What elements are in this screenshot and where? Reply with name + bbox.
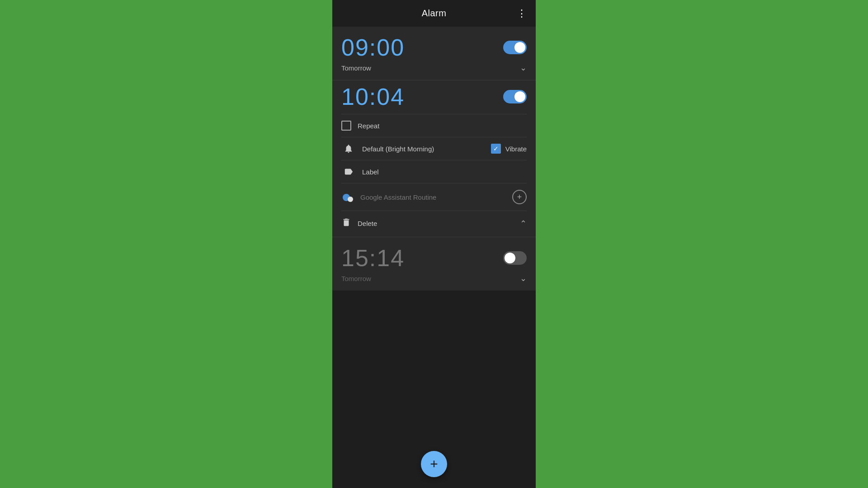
add-circle-plus-icon: +: [517, 192, 522, 202]
google-assistant-icon: [341, 191, 354, 203]
toggle-knob-2: [514, 91, 525, 102]
phone-container: Alarm ⋮ 09:00 Tomorrow ⌄ 10:04: [332, 0, 536, 488]
repeat-row: Repeat: [341, 114, 527, 137]
trash-icon[interactable]: [341, 217, 351, 230]
alarm-toggle-2[interactable]: [503, 90, 527, 103]
alarm-time-2: 10:04: [341, 85, 405, 108]
repeat-checkbox[interactable]: [341, 121, 351, 131]
alarm-toggle-1[interactable]: [503, 41, 527, 54]
alarm-label-1: Tomorrow: [341, 64, 371, 72]
alarm-card-2: 10:04 Repeat: [332, 80, 536, 237]
fab-plus-icon: +: [430, 457, 438, 471]
alarm-collapse-chevron-2[interactable]: ⌃: [520, 219, 527, 229]
app-header: Alarm ⋮: [332, 0, 536, 27]
sound-row: Default (Bright Morning) ✓ Vibrate: [341, 137, 527, 160]
checkmark-icon: ✓: [493, 145, 499, 152]
alarm-card-3: 15:14 Tomorrow ⌄: [332, 237, 536, 291]
tag-icon: [341, 167, 356, 177]
vibrate-checkbox[interactable]: ✓: [491, 144, 501, 154]
sound-label: Default (Bright Morning): [362, 145, 491, 153]
assistant-routine-label: Google Assistant Routine: [360, 193, 512, 201]
label-row: Label: [341, 160, 527, 183]
alarm-expand-chevron-1[interactable]: ⌄: [520, 63, 527, 73]
delete-left: Delete: [341, 217, 377, 230]
alarm-list: 09:00 Tomorrow ⌄ 10:04: [332, 27, 536, 488]
vibrate-label: Vibrate: [505, 145, 527, 153]
alarm-time-3: 15:14: [341, 246, 405, 270]
alarm-label-3: Tomorrow: [341, 275, 371, 282]
vibrate-row: ✓ Vibrate: [491, 144, 527, 154]
more-menu-button[interactable]: ⋮: [515, 6, 528, 21]
label-input-label[interactable]: Label: [362, 168, 527, 176]
add-alarm-button[interactable]: +: [421, 451, 447, 477]
toggle-knob-1: [514, 42, 525, 53]
alarm-time-1: 09:00: [341, 36, 405, 59]
bell-icon: [341, 144, 356, 154]
alarm-card-1: 09:00 Tomorrow ⌄: [332, 27, 536, 80]
repeat-label: Repeat: [358, 122, 527, 130]
assistant-row: Google Assistant Routine +: [341, 183, 527, 211]
delete-row: Delete ⌃: [341, 211, 527, 230]
add-alarm-fab-container: +: [421, 451, 447, 477]
delete-button[interactable]: Delete: [358, 220, 377, 227]
app-title: Alarm: [422, 8, 447, 19]
alarm-expand-chevron-3[interactable]: ⌄: [520, 273, 527, 283]
svg-point-1: [348, 197, 353, 202]
add-routine-button[interactable]: +: [512, 190, 527, 204]
alarm-toggle-3[interactable]: [503, 251, 527, 265]
toggle-knob-3: [505, 253, 515, 263]
